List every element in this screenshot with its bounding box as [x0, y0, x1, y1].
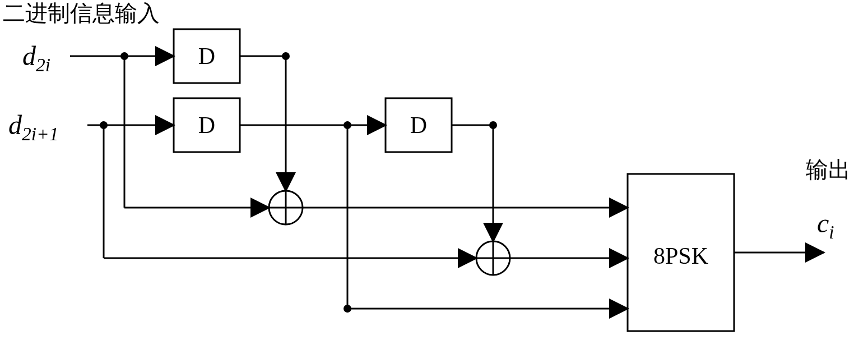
- diagram-svg: D D D 8PSK: [0, 0, 868, 358]
- mapper-block-text: 8PSK: [653, 243, 708, 269]
- delay-block-right-text: D: [410, 112, 427, 138]
- delay-block-midleft-text: D: [198, 112, 215, 138]
- delay-block-top-text: D: [198, 43, 215, 69]
